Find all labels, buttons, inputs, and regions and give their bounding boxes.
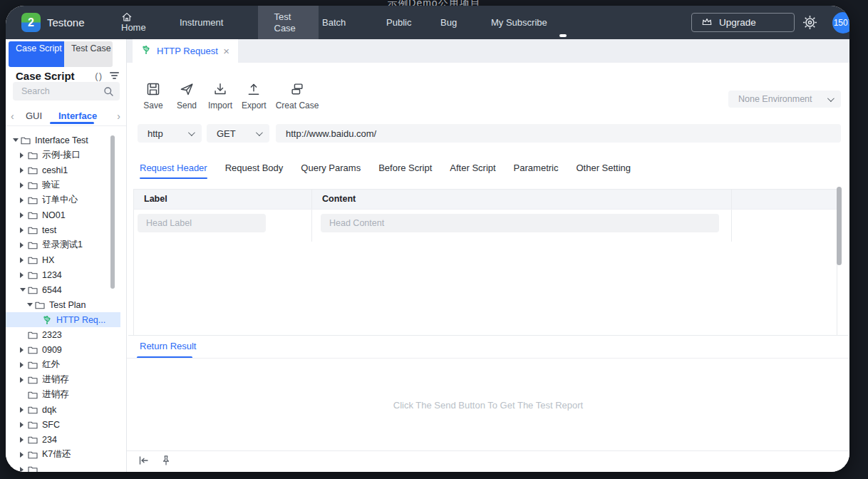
- tree-item-no01[interactable]: NO01: [6, 207, 120, 222]
- nav-item-test-case[interactable]: Test Case: [258, 6, 319, 39]
- tree-item-订单中心[interactable]: 订单中心: [6, 192, 120, 207]
- nav-item-public[interactable]: Public: [386, 6, 433, 39]
- creat-case-button[interactable]: Creat Case: [276, 82, 319, 110]
- nav-item-bug[interactable]: Bug: [440, 6, 483, 39]
- caret-right-icon[interactable]: [20, 407, 28, 413]
- project-caret-dash: [559, 34, 567, 37]
- request-tab-after-script[interactable]: After Script: [450, 163, 495, 179]
- caret-down-icon[interactable]: [27, 303, 35, 307]
- tree-item-2323[interactable]: 2323: [6, 327, 120, 342]
- tree-item-label: dqk: [42, 405, 56, 415]
- save-button[interactable]: Save: [141, 82, 165, 110]
- tree-item-进销存[interactable]: 进销存: [6, 372, 120, 387]
- sidebar-tab-test-case[interactable]: Test Case: [64, 41, 113, 67]
- caret-right-icon[interactable]: [20, 242, 28, 248]
- caret-right-icon[interactable]: [20, 347, 28, 353]
- caret-right-icon[interactable]: [20, 437, 28, 443]
- request-tab-before-script[interactable]: Before Script: [378, 163, 432, 179]
- caret-right-icon[interactable]: [20, 153, 28, 158]
- tree-item-6544[interactable]: 6544: [6, 282, 120, 297]
- send-button[interactable]: Send: [175, 82, 199, 110]
- export-button[interactable]: Export: [242, 82, 267, 110]
- tree-item-interface-test[interactable]: Interface Test: [6, 133, 120, 148]
- notification-badge[interactable]: 1507: [832, 12, 849, 34]
- sync-icon[interactable]: (): [95, 71, 103, 81]
- result-tab[interactable]: Return Result: [140, 341, 196, 351]
- caret-right-icon[interactable]: [20, 377, 28, 383]
- close-icon[interactable]: ×: [223, 45, 229, 57]
- toolbar: SaveSendImportExportCreat Case: [141, 82, 319, 110]
- doc-tab-http-request[interactable]: HTTP Request ×: [133, 39, 238, 63]
- head-content-input[interactable]: [321, 214, 719, 232]
- caret-right-icon[interactable]: [20, 197, 28, 203]
- request-tab-request-header[interactable]: Request Header: [140, 163, 207, 179]
- nav-item-label: Bug: [440, 17, 457, 29]
- nav-item-batch[interactable]: Batch: [322, 6, 386, 39]
- table-scrollbar[interactable]: [837, 187, 842, 265]
- caret-right-icon[interactable]: [20, 168, 28, 173]
- tree-item-验证[interactable]: 验证: [6, 177, 120, 192]
- folder-icon: [28, 255, 38, 264]
- nav-item-home[interactable]: Home: [121, 6, 158, 39]
- tree-item-test-plan[interactable]: Test Plan: [6, 297, 120, 312]
- tree-item-dqk[interactable]: dqk: [6, 402, 120, 417]
- filter-icon[interactable]: [110, 72, 119, 79]
- caret-down-icon[interactable]: [13, 138, 21, 142]
- tree-item-ceshi1[interactable]: ceshi1: [6, 163, 120, 177]
- sidebar-tab-case-script[interactable]: Case Script: [9, 41, 64, 67]
- footer-divider: [127, 450, 849, 451]
- nav-item-label: Batch: [322, 17, 346, 29]
- chevron-right-icon[interactable]: ›: [117, 110, 120, 122]
- tree-item-登录测试1[interactable]: 登录测试1: [6, 237, 120, 252]
- request-tab-parametric[interactable]: Parametric: [514, 163, 559, 179]
- caret-right-icon[interactable]: [20, 467, 28, 473]
- nav-item-instrument[interactable]: Instrument: [180, 6, 258, 39]
- caret-right-icon[interactable]: [20, 212, 28, 218]
- brand[interactable]: 2 Testone: [21, 13, 105, 32]
- caret-right-icon[interactable]: [20, 422, 28, 428]
- pin-icon[interactable]: [161, 455, 171, 469]
- folder-icon: [35, 300, 46, 309]
- tree-item-0909[interactable]: 0909: [6, 342, 120, 357]
- caret-right-icon[interactable]: [20, 227, 28, 233]
- caret-right-icon[interactable]: [20, 362, 28, 368]
- tree-item-234[interactable]: 234: [6, 432, 120, 447]
- tree-item-进销存[interactable]: 进销存: [6, 387, 120, 402]
- head-label-input[interactable]: [138, 214, 266, 232]
- view-tab-interface[interactable]: Interface: [58, 110, 97, 121]
- caret-down-icon[interactable]: [20, 288, 28, 292]
- tree-item-partial[interactable]: [6, 462, 120, 472]
- tree-item-k7借还[interactable]: K7借还: [6, 447, 120, 462]
- chevron-left-icon[interactable]: ‹: [11, 110, 14, 122]
- gear-icon[interactable]: [803, 16, 817, 32]
- view-tab-gui[interactable]: GUI: [26, 110, 42, 121]
- tree-item-示例-接口[interactable]: 示例-接口: [6, 148, 120, 163]
- tree-item-http-req-[interactable]: HTTP Req...: [6, 312, 120, 327]
- url-input[interactable]: [276, 124, 841, 143]
- plug-icon: [141, 44, 151, 58]
- tree-item-红外[interactable]: 红外: [6, 357, 120, 372]
- nav-item-my-subscribe[interactable]: My Subscribe: [491, 6, 551, 39]
- tree-item-1234[interactable]: 1234: [6, 267, 120, 282]
- request-tab-query-params[interactable]: Query Params: [301, 163, 361, 179]
- method-select[interactable]: GET: [207, 124, 269, 143]
- protocol-select[interactable]: http: [138, 124, 202, 143]
- upgrade-button[interactable]: Upgrade: [691, 13, 795, 32]
- sidebar-scrollbar[interactable]: [110, 135, 115, 289]
- import-button[interactable]: Import: [208, 82, 232, 110]
- environment-select[interactable]: None Environment: [728, 91, 841, 108]
- collapse-left-icon[interactable]: [138, 455, 150, 468]
- request-tab-request-body[interactable]: Request Body: [225, 163, 284, 179]
- caret-right-icon[interactable]: [20, 257, 28, 263]
- folder-icon: [28, 465, 38, 472]
- caret-right-icon[interactable]: [20, 272, 28, 278]
- caret-right-icon[interactable]: [20, 182, 28, 188]
- request-tab-other-setting[interactable]: Other Setting: [576, 163, 631, 179]
- caret-right-icon[interactable]: [20, 452, 28, 458]
- tree-item-sfc[interactable]: SFC: [6, 417, 120, 432]
- tree-item-test[interactable]: test: [6, 222, 120, 237]
- create-case-icon: [290, 82, 304, 98]
- environment-select-value: None Environment: [738, 94, 827, 104]
- app-body: Case Script Test Case Case Script (): [6, 39, 849, 472]
- tree-item-hx[interactable]: HX: [6, 252, 120, 267]
